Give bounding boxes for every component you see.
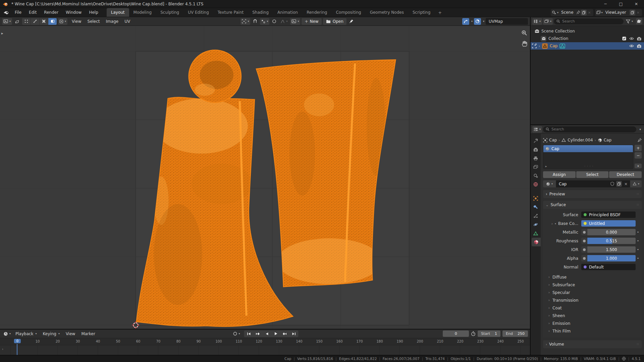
uv-canvas[interactable]: ▸: [0, 26, 530, 329]
pin-icon[interactable]: [638, 138, 642, 142]
new-image-button[interactable]: + New: [302, 18, 321, 25]
pivot-point-button[interactable]: ▾: [240, 18, 250, 25]
grip-handle[interactable]: ∶∶: [637, 343, 639, 346]
new-collection-button[interactable]: [636, 18, 642, 24]
value-slider[interactable]: 0.000: [587, 229, 636, 235]
workspace-tab[interactable]: Sculpting: [156, 8, 183, 17]
workspace-tab[interactable]: Texture Paint: [213, 8, 248, 17]
expand-chevron-icon[interactable]: ›: [539, 44, 540, 48]
expand-chevron-icon[interactable]: ›: [551, 222, 553, 226]
select-mode-island-button[interactable]: [48, 18, 57, 25]
end-frame-field[interactable]: End250: [502, 330, 528, 337]
zoom-icon[interactable]: [521, 30, 527, 36]
workspace-tab[interactable]: Animation: [273, 8, 302, 17]
viewlayer-copy-button[interactable]: [630, 10, 635, 15]
breadcrumb-mesh[interactable]: Cylinder.004: [568, 138, 593, 142]
scene-selector[interactable]: ▾ Scene ×: [551, 9, 593, 16]
playback-menu[interactable]: Playback▾: [13, 331, 40, 336]
uv-editor-menu-item[interactable]: UV: [121, 19, 133, 24]
view-menu[interactable]: View: [63, 331, 78, 336]
subpanel-header[interactable]: › Transmission: [543, 296, 640, 304]
open-image-button[interactable]: Open: [323, 18, 346, 25]
tab-tool[interactable]: [531, 136, 541, 145]
topbar-menu-item[interactable]: Help: [85, 10, 102, 15]
workspace-tab[interactable]: Scripting: [408, 8, 435, 17]
pan-hand-icon[interactable]: [521, 41, 527, 47]
topbar-menu-item[interactable]: Edit: [25, 10, 40, 15]
slot-specials-button[interactable]: ▾: [635, 164, 642, 168]
outliner-funnel-filter-button[interactable]: ▾: [625, 18, 634, 25]
toolbar-expand-icon[interactable]: ▸: [1, 31, 3, 36]
fake-user-shield-icon[interactable]: [610, 182, 614, 186]
material-action-button[interactable]: Deselect: [609, 171, 642, 178]
chevron-down-icon[interactable]: ▾: [471, 20, 473, 23]
grip-handle[interactable]: · · · ·: [584, 165, 593, 168]
subpanel-header[interactable]: › Emission: [543, 319, 640, 327]
next-keyframe-button[interactable]: [280, 330, 289, 337]
grip-handle[interactable]: ∶∶: [637, 192, 639, 196]
tab-modifiers[interactable]: [531, 203, 541, 212]
input-socket-button[interactable]: [581, 229, 587, 235]
add-workspace-button[interactable]: +: [435, 10, 445, 15]
scene-copy-button[interactable]: [581, 10, 587, 15]
tab-particles[interactable]: [531, 212, 541, 220]
browse-material-button[interactable]: ▾: [543, 180, 556, 187]
properties-search-input[interactable]: Search: [543, 126, 636, 132]
material-action-button[interactable]: Assign: [543, 171, 576, 178]
select-mode-edge-button[interactable]: [31, 18, 39, 25]
breadcrumb-material[interactable]: Cap: [604, 138, 611, 142]
material-name-field[interactable]: Cap ×: [556, 180, 630, 187]
proportional-editing-toggle[interactable]: [271, 18, 278, 25]
select-mode-vertex-button[interactable]: [22, 18, 31, 25]
outliner-row-object-cap[interactable]: › Cap: [531, 42, 644, 50]
workspace-tab[interactable]: Compositing: [331, 8, 365, 17]
subpanel-header[interactable]: › Specular: [543, 289, 640, 296]
breadcrumb-object[interactable]: Cap: [549, 138, 557, 142]
current-frame-field[interactable]: 0: [443, 330, 469, 337]
workspace-tab[interactable]: UV Editing: [183, 8, 213, 17]
copy-material-button[interactable]: [616, 181, 622, 187]
topbar-menu-item[interactable]: Window: [62, 10, 85, 15]
playhead[interactable]: [17, 344, 17, 355]
tab-render[interactable]: [531, 145, 541, 154]
snap-settings-button[interactable]: ▾: [260, 18, 269, 25]
outliner-row-collection[interactable]: Collection: [531, 35, 644, 42]
editor-type-button[interactable]: ▾: [2, 18, 12, 25]
normal-field[interactable]: Default: [581, 264, 636, 270]
image-browse-button[interactable]: ▾: [290, 18, 300, 25]
animate-dot-icon[interactable]: •: [636, 256, 640, 260]
material-action-button[interactable]: Select: [576, 171, 609, 178]
input-socket-button[interactable]: [581, 238, 587, 244]
options-chevron-icon[interactable]: ▾: [638, 128, 642, 131]
material-slot-list[interactable]: Cap ▸ · · · ·: [543, 145, 633, 169]
outliner-filter-display-button[interactable]: ▾: [543, 18, 553, 25]
properties-editor-type-button[interactable]: ▾: [532, 126, 542, 133]
play-reverse-button[interactable]: [262, 330, 271, 337]
subpanel-header[interactable]: › Subsurface: [543, 281, 640, 289]
close-button[interactable]: ✕: [629, 0, 644, 8]
uv-editor-menu-item[interactable]: View: [69, 19, 84, 24]
subpanel-header[interactable]: › Coat: [543, 304, 640, 312]
viewlayer-selector[interactable]: ▾ ViewLayer ×: [595, 9, 642, 16]
jump-to-end-button[interactable]: [289, 330, 299, 337]
material-mesh-link-button[interactable]: ▾: [630, 180, 642, 187]
subpanel-header[interactable]: › Thin Film: [543, 327, 640, 335]
play-button[interactable]: [271, 330, 280, 337]
subpanel-header[interactable]: › Diffuse: [543, 273, 640, 281]
camera-render-icon[interactable]: [637, 37, 641, 41]
blender-menu-icon[interactable]: [1, 10, 11, 15]
start-frame-field[interactable]: Start1: [478, 330, 500, 337]
timeline-body[interactable]: 0102030405060708090100110120130140150160…: [0, 338, 530, 355]
expand-arrow-icon[interactable]: ▸: [545, 165, 547, 168]
stopwatch-icon[interactable]: [471, 331, 476, 336]
surface-shader-field[interactable]: Principled BSDF: [581, 212, 636, 218]
timeline-ruler[interactable]: 0102030405060708090100110120130140150160…: [0, 338, 530, 345]
snap-toggle-button[interactable]: [252, 18, 259, 25]
value-slider[interactable]: 0.515: [587, 238, 636, 244]
proportional-falloff-button[interactable]: ▾: [279, 18, 289, 25]
value-slider[interactable]: 1.000: [587, 255, 636, 261]
maximize-button[interactable]: □: [613, 0, 629, 8]
input-socket-button[interactable]: [581, 255, 587, 261]
uv-map-field[interactable]: UVMap: [486, 18, 528, 25]
animate-dot-icon[interactable]: •: [636, 247, 640, 252]
